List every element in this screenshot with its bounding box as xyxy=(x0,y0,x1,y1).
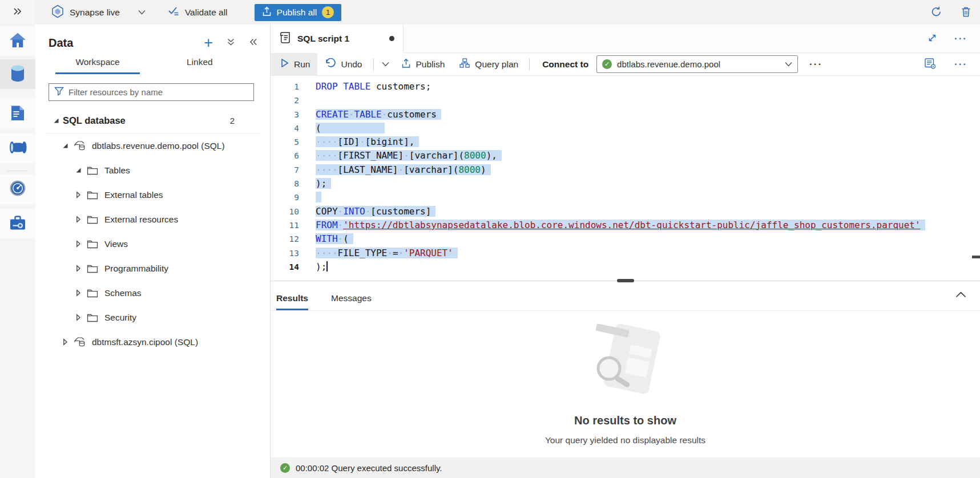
filter-funnel-icon xyxy=(54,87,64,98)
caret-collapsed-icon[interactable] xyxy=(75,191,82,199)
double-chevron-right-icon xyxy=(13,7,22,18)
script-toolbar: Run Undo Publish Query plan Connect to ✓… xyxy=(271,53,980,76)
sidebar-item-data[interactable] xyxy=(0,59,35,89)
tab-more-actions-button[interactable]: ··· xyxy=(953,35,969,43)
tree-item-label: dbtmsft.azsyn.cipool (SQL) xyxy=(92,337,198,347)
tab-sql-script-1[interactable]: SQL script 1 xyxy=(271,25,404,53)
caret-collapsed-icon[interactable] xyxy=(75,216,82,223)
tree-item-external-resources[interactable]: External resources xyxy=(35,207,270,232)
code-line-8[interactable]: 8); xyxy=(271,177,980,191)
line-content: WITH·( xyxy=(316,232,353,246)
collapse-results-button[interactable] xyxy=(954,290,967,301)
caret-collapsed-icon[interactable] xyxy=(62,338,68,346)
rail-expand-button[interactable] xyxy=(0,0,35,25)
properties-button[interactable] xyxy=(923,57,937,72)
caret-collapsed-icon[interactable] xyxy=(75,240,82,248)
code-line-12[interactable]: 12WITH·( xyxy=(271,232,980,246)
sidebar-item-integrate[interactable] xyxy=(0,133,35,163)
code-line-5[interactable]: 5····[ID]·[bigint], xyxy=(271,135,980,149)
sidebar-item-home[interactable] xyxy=(0,26,35,56)
expand-diagonal-icon xyxy=(927,33,937,44)
publish-all-button[interactable]: Publish all 1 xyxy=(255,4,342,21)
add-resource-button[interactable]: + xyxy=(203,36,214,50)
code-line-6[interactable]: 6····[FIRST_NAME]·[varchar](8000), xyxy=(271,149,980,163)
mode-selector[interactable]: Synapse live xyxy=(51,5,146,21)
chevron-up-icon xyxy=(955,291,966,299)
sidebar-item-monitor[interactable] xyxy=(0,175,35,204)
toolbar-more-button[interactable]: ··· xyxy=(953,60,969,68)
caret-expanded-icon[interactable] xyxy=(62,143,68,149)
caret-collapsed-icon[interactable] xyxy=(75,265,82,272)
tree-item-programmability[interactable]: Programmability xyxy=(35,256,270,281)
selection-highlight: COPY·INTO·[customers] xyxy=(316,206,435,217)
line-content: FROM·'https://dbtlabsynapsedatalake.blob… xyxy=(316,218,925,232)
code-line-4[interactable]: 4( xyxy=(271,121,980,135)
left-nav-rail xyxy=(0,0,35,478)
tree-item-tables[interactable]: Tables xyxy=(35,158,270,183)
no-results-illustration xyxy=(583,323,668,403)
sidebar-item-develop[interactable] xyxy=(0,99,35,128)
code-line-9[interactable]: 9 xyxy=(271,191,980,204)
tree-item-label: Tables xyxy=(104,165,130,176)
sidebar-item-manage[interactable] xyxy=(0,209,35,238)
undo-redo-dropdown-button[interactable] xyxy=(377,60,394,68)
properties-gear-icon xyxy=(925,58,936,71)
expand-editor-button[interactable] xyxy=(926,32,938,46)
tree-item-schemas[interactable]: Schemas xyxy=(35,281,270,305)
caret-collapsed-icon[interactable] xyxy=(75,289,82,297)
connect-pool-dropdown[interactable]: ✓ dbtlabs.revenue.demo.pool xyxy=(596,55,798,73)
data-panel-tabs: Workspace Linked xyxy=(55,57,270,74)
upload-icon xyxy=(262,6,272,19)
line-content: ····[ID]·[bigint], xyxy=(316,135,419,149)
editor-overview-ruler[interactable] xyxy=(972,76,980,281)
run-button[interactable]: Run xyxy=(271,53,317,76)
tree-item-dbtlabs-revenue-demo-pool-sql[interactable]: dbtlabs.revenue.demo.pool (SQL) xyxy=(35,133,270,158)
tree-item-sql-database[interactable]: SQL database2 xyxy=(35,108,270,133)
chevron-down-icon xyxy=(785,62,792,67)
sql-code-editor[interactable]: 1DROP TABLE customers;23CREATE·TABLE·cus… xyxy=(271,76,980,281)
code-line-14[interactable]: 14); xyxy=(271,260,980,274)
tab-messages[interactable]: Messages xyxy=(331,293,372,310)
discard-all-button[interactable] xyxy=(960,5,972,20)
selection-highlight: FROM·'https://dbtlabsynapsedatalake.blob… xyxy=(316,220,925,230)
tree-item-security[interactable]: Security xyxy=(35,305,270,330)
tab-results[interactable]: Results xyxy=(276,293,308,310)
tree-item-external-tables[interactable]: External tables xyxy=(35,183,270,207)
toolbar-separator xyxy=(373,58,374,71)
tab-workspace[interactable]: Workspace xyxy=(55,57,140,74)
refresh-button[interactable] xyxy=(930,5,943,20)
tab-linked[interactable]: Linked xyxy=(187,57,213,74)
query-plan-button[interactable]: Query plan xyxy=(452,53,526,76)
code-line-7[interactable]: 7····[LAST_NAME]·[varchar](8000) xyxy=(271,163,980,177)
integrate-icon xyxy=(9,140,27,157)
results-tab-bar: Results Messages xyxy=(271,281,980,311)
caret-collapsed-icon[interactable] xyxy=(75,314,82,321)
publish-button[interactable]: Publish xyxy=(394,53,453,76)
query-plan-icon xyxy=(459,58,470,70)
filter-resources-input[interactable] xyxy=(68,87,248,97)
chevron-down-icon[interactable] xyxy=(138,10,146,15)
line-content: COPY·INTO·[customers] xyxy=(316,205,435,218)
data-panel: Data + Workspace Linked SQL database2dbt… xyxy=(35,25,271,478)
caret-expanded-icon[interactable] xyxy=(53,118,59,124)
collapse-all-button[interactable] xyxy=(225,37,236,49)
connect-more-button[interactable]: ··· xyxy=(808,60,824,68)
code-line-3[interactable]: 3CREATE·TABLE·customers xyxy=(271,108,980,121)
caret-expanded-icon[interactable] xyxy=(75,167,82,173)
code-line-11[interactable]: 11FROM·'https://dbtlabsynapsedatalake.bl… xyxy=(271,218,980,232)
tree-item-views[interactable]: Views xyxy=(35,232,270,256)
synapse-studio-window: Synapse live Validate all Publish all 1 … xyxy=(0,0,980,478)
tree-item-label: Schemas xyxy=(104,288,142,298)
folder-icon xyxy=(87,166,98,175)
code-line-13[interactable]: 13····FILE_TYPE·=·'PARQUET' xyxy=(271,246,980,260)
results-splitter-handle[interactable] xyxy=(617,279,634,282)
validate-all-button[interactable]: Validate all xyxy=(160,1,235,24)
tree-item-dbtmsft-azsyn-cipool-sql[interactable]: dbtmsft.azsyn.cipool (SQL) xyxy=(35,330,270,354)
collapse-panel-button[interactable] xyxy=(248,37,259,49)
code-line-1[interactable]: 1DROP TABLE customers; xyxy=(271,80,980,94)
code-line-2[interactable]: 2 xyxy=(271,94,980,107)
code-line-10[interactable]: 10COPY·INTO·[customers] xyxy=(271,205,980,218)
script-tab-bar: SQL script 1 ··· xyxy=(271,25,980,53)
undo-button[interactable]: Undo xyxy=(317,53,369,76)
line-content: ); xyxy=(316,260,328,274)
